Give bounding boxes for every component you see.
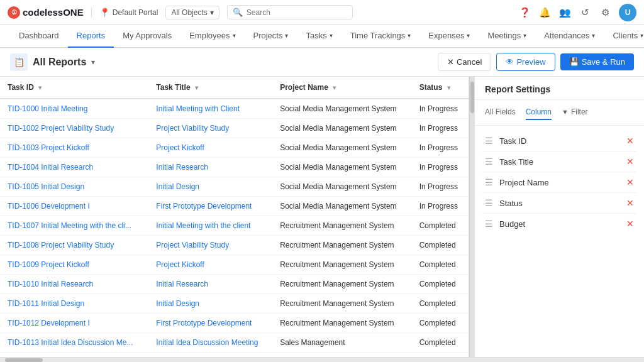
content-area: 📋 All Reports ▾ ✕ Cancel 👁 Preview 💾 Sav…: [0, 48, 644, 362]
cell-task-title: Initial Design: [148, 294, 272, 314]
time-trackings-chevron: ▾: [408, 32, 411, 39]
history-icon[interactable]: ↺: [579, 6, 591, 19]
users-icon[interactable]: 👥: [558, 6, 571, 19]
tab-dashboard-label: Dashboard: [19, 31, 59, 40]
tab-reports[interactable]: Reports: [68, 25, 114, 48]
tab-employees-label: Employees: [189, 31, 230, 40]
tab-attendances[interactable]: Attendances ▾: [535, 25, 604, 48]
cell-project-name: Social Media Management System: [272, 177, 412, 197]
cell-status: In Progress: [412, 138, 469, 158]
header-actions: ✕ Cancel 👁 Preview 💾 Save & Run: [438, 53, 634, 71]
cell-task-title: Project Viability Study: [148, 119, 272, 138]
table-sidebar: Task ID ▾ Task Title ▾ Project Name ▾ St…: [0, 77, 644, 357]
tab-my-approvals[interactable]: My Approvals: [114, 25, 180, 48]
reports-header: 📋 All Reports ▾ ✕ Cancel 👁 Preview 💾 Sav…: [0, 48, 644, 77]
tab-meetings[interactable]: Meetings ▾: [479, 25, 535, 48]
cell-task-id: TID-1009 Project Kickoff: [0, 255, 148, 275]
cell-task-title: Project Kickoff: [148, 255, 272, 275]
search-bar[interactable]: 🔍: [227, 5, 353, 19]
tab-meetings-label: Meetings: [487, 31, 521, 40]
drag-handle-icon[interactable]: ☰: [485, 156, 493, 167]
scrollbar-thumb: [470, 82, 474, 113]
tab-dashboard[interactable]: Dashboard: [10, 25, 68, 48]
table-row: TID-1005 Initial Design Initial Design S…: [0, 177, 469, 197]
avatar[interactable]: U: [619, 4, 636, 21]
drag-handle-icon[interactable]: ☰: [485, 219, 493, 229]
all-objects-chevron: ▾: [210, 8, 214, 17]
task-title-sort-icon: ▾: [195, 84, 198, 91]
field-name-label: Task ID: [499, 136, 620, 146]
col-task-id[interactable]: Task ID ▾: [0, 77, 148, 99]
col-task-title[interactable]: Task Title ▾: [148, 77, 272, 99]
preview-label: Preview: [516, 57, 545, 67]
cell-task-title: First Prototype Development: [148, 197, 272, 216]
drag-handle-icon[interactable]: ☰: [485, 136, 493, 146]
tab-reports-label: Reports: [77, 31, 106, 40]
notification-icon[interactable]: 🔔: [538, 6, 551, 19]
tab-my-approvals-label: My Approvals: [123, 31, 172, 40]
top-bar: ① codelessONE 📍 Default Portal All Objec…: [0, 0, 644, 25]
save-label: Save & Run: [582, 57, 625, 67]
table-row: TID-1013 Initial Idea Discussion Me... I…: [0, 333, 469, 353]
save-run-button[interactable]: 💾 Save & Run: [560, 53, 634, 70]
tab-employees[interactable]: Employees ▾: [180, 25, 244, 48]
settings-field-row: ☰ Task Title ✕: [482, 151, 636, 172]
remove-field-button[interactable]: ✕: [626, 156, 634, 167]
col-status[interactable]: Status ▾: [412, 77, 469, 99]
tab-clients[interactable]: Clients ▾: [604, 25, 644, 48]
cell-status: Completed: [412, 216, 469, 236]
h-scrollbar-thumb: [5, 358, 43, 362]
field-name-label: Status: [499, 199, 620, 208]
nav-tabs: Dashboard Reports My Approvals Employees…: [0, 25, 644, 48]
tasks-chevron: ▾: [330, 32, 333, 39]
col-project-name[interactable]: Project Name ▾: [272, 77, 412, 99]
settings-fields-list: ☰ Task ID ✕ ☰ Task Title ✕ ☰ Project Nam…: [475, 126, 644, 357]
cell-task-id: TID-1012 Development I: [0, 314, 148, 333]
meetings-chevron: ▾: [523, 32, 526, 39]
remove-field-button[interactable]: ✕: [626, 198, 634, 208]
settings-field-row: ☰ Budget ✕: [482, 214, 636, 234]
settings-tab-all-fields[interactable]: All Fields: [485, 105, 516, 120]
tab-tasks[interactable]: Tasks ▾: [297, 25, 341, 48]
horizontal-scrollbar[interactable]: [0, 357, 644, 362]
settings-tab-column[interactable]: Column: [526, 105, 552, 120]
tab-expenses[interactable]: Expenses ▾: [419, 25, 479, 48]
cancel-button[interactable]: ✕ Cancel: [438, 53, 491, 71]
portal-section[interactable]: 📍 Default Portal: [91, 8, 158, 18]
cell-task-title: Initial Research: [148, 158, 272, 177]
cell-project-name: Social Media Management System: [272, 138, 412, 158]
preview-button[interactable]: 👁 Preview: [496, 53, 555, 71]
cell-project-name: Sales Management: [272, 353, 412, 358]
remove-field-button[interactable]: ✕: [626, 136, 634, 146]
drag-handle-icon[interactable]: ☰: [485, 177, 493, 187]
help-icon[interactable]: ❓: [518, 6, 531, 19]
vertical-scrollbar[interactable]: [469, 77, 474, 357]
cell-status: In Progress: [412, 197, 469, 216]
remove-field-button[interactable]: ✕: [626, 177, 634, 187]
settings-field-row: ☰ Status ✕: [482, 193, 636, 214]
drag-handle-icon[interactable]: ☰: [485, 198, 493, 208]
settings-icon[interactable]: ⚙: [599, 6, 611, 19]
settings-tab-filter[interactable]: ▼ Filter: [562, 105, 588, 120]
table-container[interactable]: Task ID ▾ Task Title ▾ Project Name ▾ St…: [0, 77, 469, 357]
tab-projects[interactable]: Projects ▾: [245, 25, 297, 48]
search-input[interactable]: [247, 8, 335, 17]
table-row: TID-1006 Development I First Prototype D…: [0, 197, 469, 216]
cell-project-name: Recruitment Management System: [272, 275, 412, 294]
cell-status: In Progress: [412, 177, 469, 197]
reports-title-dropdown[interactable]: ▾: [91, 58, 95, 67]
page-title: All Reports: [33, 57, 86, 68]
cell-task-title: Project Viability Study: [148, 353, 272, 358]
cell-status: Completed: [412, 294, 469, 314]
cell-task-id: TID-1000 Initial Meeting: [0, 99, 148, 119]
cell-task-id: TID-1003 Project Kickoff: [0, 138, 148, 158]
remove-field-button[interactable]: ✕: [626, 219, 634, 229]
top-icons: ❓ 🔔 👥 ↺ ⚙ U: [518, 4, 636, 21]
portal-icon: 📍: [99, 8, 110, 18]
table-row: TID-1011 Initial Design Initial Design R…: [0, 294, 469, 314]
tab-time-trackings[interactable]: Time Trackings ▾: [341, 25, 420, 48]
preview-eye-icon: 👁: [506, 57, 514, 67]
all-objects-dropdown[interactable]: All Objects ▾: [165, 6, 219, 19]
column-label: Column: [526, 107, 552, 116]
attendances-chevron: ▾: [592, 32, 595, 39]
